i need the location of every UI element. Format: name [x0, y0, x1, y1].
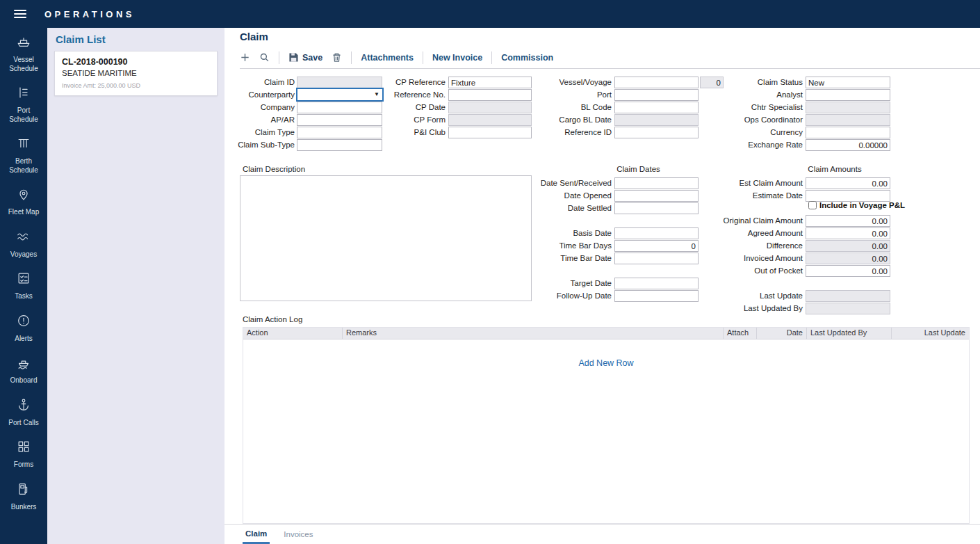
- table-header-row: Action Remarks Attach Date Last Updated …: [243, 328, 969, 339]
- target-date-input[interactable]: [614, 278, 699, 289]
- menu-icon[interactable]: [14, 10, 26, 18]
- analyst-input[interactable]: [806, 89, 890, 101]
- sidebar-item-berth-schedule[interactable]: Berth Schedule: [0, 129, 47, 180]
- last-updated-by-input: [806, 303, 890, 314]
- cp-date-input: [448, 102, 532, 113]
- follow-up-date-label: Follow-Up Date: [523, 290, 612, 302]
- ap-ar-input[interactable]: [297, 114, 382, 126]
- vessel-voyage-input[interactable]: [614, 77, 699, 88]
- port-input[interactable]: [614, 89, 699, 101]
- claim-status-input[interactable]: [806, 77, 890, 88]
- commission-button[interactable]: Commission: [501, 53, 553, 63]
- cp-reference-input[interactable]: [448, 77, 532, 88]
- column-header-remarks: Remarks: [343, 328, 724, 339]
- chtr-specialist-label: Chtr Specialist: [708, 102, 803, 113]
- sidebar-item-alerts[interactable]: Alerts: [0, 307, 47, 349]
- sidebar-item-label: Berth Schedule: [2, 157, 45, 175]
- column-header-date: Date: [757, 328, 807, 339]
- claim-status-label: Claim Status: [708, 77, 803, 88]
- last-update-input: [806, 290, 890, 302]
- est-claim-amount-input[interactable]: [806, 177, 890, 189]
- attachments-button[interactable]: Attachments: [361, 53, 414, 63]
- cp-form-label: CP Form: [380, 114, 446, 126]
- sidebar-item-port-schedule[interactable]: Port Schedule: [0, 79, 47, 129]
- sidebar-item-vessel-schedule[interactable]: Vessel Schedule: [0, 28, 47, 79]
- exchange-rate-input[interactable]: [806, 139, 890, 151]
- reference-no-input[interactable]: [448, 89, 532, 101]
- invoiced-amount-input: [806, 253, 890, 264]
- claim-card-id: CL-2018-000190: [62, 57, 210, 67]
- sidebar-item-port-calls[interactable]: Port Calls: [0, 391, 47, 433]
- add-new-row-link[interactable]: Add New Row: [578, 358, 633, 368]
- sidebar-item-label: Onboard: [10, 376, 38, 385]
- tab-claim[interactable]: Claim: [243, 525, 270, 544]
- claim-description-textarea[interactable]: [240, 175, 532, 301]
- sidebar-item-bunkers[interactable]: Bunkers: [0, 475, 47, 518]
- counterparty-label: Counterparty: [231, 89, 295, 101]
- time-bar-days-label: Time Bar Days: [523, 240, 612, 252]
- difference-input: [806, 240, 890, 252]
- agreed-amount-input[interactable]: [806, 227, 890, 239]
- search-icon[interactable]: [259, 52, 270, 63]
- basis-date-label: Basis Date: [523, 227, 612, 239]
- claim-id-label: Claim ID: [231, 77, 295, 88]
- delete-icon[interactable]: [332, 52, 342, 63]
- reference-id-input[interactable]: [614, 127, 699, 138]
- cargo-bl-date-label: Cargo BL Date: [534, 114, 612, 126]
- company-input[interactable]: [297, 102, 382, 113]
- sidebar-item-voyages[interactable]: Voyages: [0, 223, 47, 265]
- tab-invoices[interactable]: Invoices: [281, 525, 316, 544]
- sidebar-item-label: Port Calls: [8, 419, 38, 428]
- date-settled-input[interactable]: [614, 202, 699, 214]
- sidebar-item-label: Tasks: [15, 292, 33, 301]
- original-claim-amount-input[interactable]: [806, 215, 890, 227]
- sidebar-item-label: Voyages: [10, 250, 37, 259]
- toolbar-separator: [279, 51, 279, 64]
- date-settled-label: Date Settled: [523, 202, 612, 214]
- cp-reference-label: CP Reference: [380, 77, 446, 88]
- claim-action-log-table: Action Remarks Attach Date Last Updated …: [243, 327, 970, 524]
- bl-code-input[interactable]: [614, 102, 699, 113]
- cargo-bl-date-input: [614, 114, 699, 126]
- save-button-label: Save: [302, 53, 322, 63]
- column-header-last-updated-by: Last Updated By: [807, 328, 892, 339]
- checklist-icon: [16, 271, 31, 289]
- claim-list-item[interactable]: CL-2018-000190 SEATIDE MARITIME Invoice …: [54, 51, 218, 96]
- toolbar-separator: [351, 51, 352, 64]
- claim-dates-title: Claim Dates: [596, 165, 680, 173]
- out-of-pocket-input[interactable]: [806, 265, 890, 277]
- save-button[interactable]: Save: [288, 52, 322, 63]
- sidebar-item-fleet-map[interactable]: Fleet Map: [0, 180, 47, 223]
- operations-app: OPERATIONS Vessel Schedule Port Schedule…: [0, 0, 980, 544]
- company-label: Company: [231, 102, 295, 113]
- alert-icon: [16, 313, 31, 331]
- berth-schedule-icon: [16, 136, 31, 154]
- sidebar-item-onboard[interactable]: Onboard: [0, 349, 47, 391]
- estimate-date-input[interactable]: [806, 190, 890, 202]
- new-invoice-button[interactable]: New Invoice: [432, 53, 482, 63]
- include-in-voyage-pl-checkbox[interactable]: [808, 201, 817, 209]
- app-title: OPERATIONS: [44, 9, 135, 19]
- include-in-voyage-pl-row[interactable]: Include in Voyage P&L: [808, 201, 905, 209]
- last-updated-by-label: Last Updated By: [683, 303, 803, 314]
- onboard-ship-icon: [16, 355, 31, 373]
- claim-card-counterparty: SEATIDE MARITIME: [62, 69, 210, 77]
- claim-sub-type-input[interactable]: [297, 139, 382, 151]
- sidebar-item-forms[interactable]: Forms: [0, 433, 47, 475]
- grid-icon: [16, 439, 31, 457]
- toolbar-divider: [240, 68, 980, 69]
- currency-input[interactable]: [806, 127, 890, 138]
- topbar: OPERATIONS: [0, 0, 980, 28]
- pi-club-input[interactable]: [448, 127, 532, 138]
- sidebar-item-tasks[interactable]: Tasks: [0, 264, 47, 307]
- agreed-amount-label: Agreed Amount: [683, 227, 803, 239]
- sidebar-item-label: Forms: [14, 461, 33, 470]
- counterparty-select[interactable]: ▼: [296, 88, 384, 102]
- column-header-action: Action: [243, 328, 343, 339]
- date-opened-label: Date Opened: [523, 190, 612, 202]
- claim-type-input[interactable]: [297, 127, 382, 138]
- toolbar-separator: [423, 51, 423, 64]
- add-button[interactable]: [240, 52, 250, 63]
- difference-label: Difference: [683, 240, 803, 252]
- ops-coordinator-label: Ops Coordinator: [708, 114, 803, 126]
